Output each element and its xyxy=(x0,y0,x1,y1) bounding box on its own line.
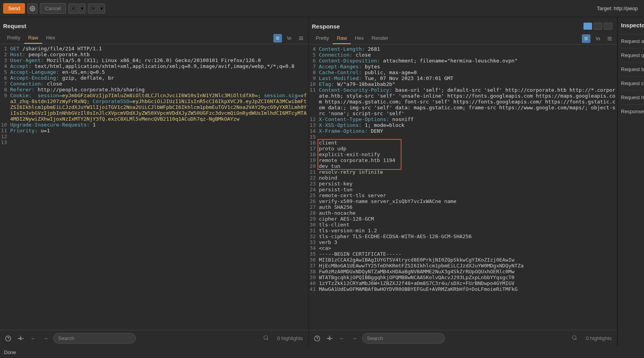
editor-line[interactable]: 37HjEcMBoGA1UEAwwTY25feDhKRmtFZSI6Ikhlcm… xyxy=(309,263,617,269)
gear-icon[interactable] xyxy=(27,4,37,14)
editor-line[interactable]: 25remote-cert-tls server xyxy=(309,192,617,198)
response-editor[interactable]: 4Content-Length: 26815Connection: close6… xyxy=(309,45,617,330)
editor-line[interactable]: 23persist-key xyxy=(309,181,617,187)
editor-line[interactable]: 26verify-x509-name server_xIsQbY7vcIxWAC… xyxy=(309,198,617,204)
editor-line[interactable]: 7Accept-Ranges: bytes xyxy=(309,64,617,69)
tab-render-resp[interactable]: Render xyxy=(368,33,392,44)
inspector-item[interactable]: Request query xyxy=(621,48,644,62)
editor-line[interactable]: 13 xyxy=(0,139,309,145)
status-text: Done xyxy=(4,349,16,355)
history-back-button[interactable]: < xyxy=(68,4,78,14)
request-search-input[interactable] xyxy=(53,333,136,344)
tab-hex[interactable]: Hex xyxy=(42,32,59,44)
tab-raw[interactable]: Raw xyxy=(24,32,42,44)
editor-line[interactable]: 3User-Agent: Mozilla/5.0 (X11; Linux x86… xyxy=(0,57,309,63)
editor-line[interactable]: 13X-XSS-Options: 1; mode=block xyxy=(309,122,617,128)
settings-icon-resp[interactable] xyxy=(325,333,335,344)
request-search-row: ← → 0 highlights xyxy=(0,330,309,346)
help-icon-resp[interactable] xyxy=(312,333,322,344)
newline-icon[interactable]: \n xyxy=(285,34,294,43)
editor-line[interactable]: 11Content-Security-Policy: base-uri 'sel… xyxy=(309,87,617,116)
editor-line[interactable]: 33verb 3 xyxy=(309,239,617,245)
inspector-item[interactable]: Request cookies xyxy=(621,76,644,90)
search-next-icon[interactable]: → xyxy=(41,333,51,344)
editor-line[interactable]: 9Cookie: session=eyJmbGFzaGVzIjp7ImluZm8… xyxy=(0,93,309,122)
editor-line[interactable]: 31tls-version-min 1.2 xyxy=(309,228,617,233)
tab-raw-resp[interactable]: Raw xyxy=(333,33,351,44)
editor-line[interactable]: 28auth-nocache xyxy=(309,210,617,216)
editor-line[interactable]: 35-----BEGIN CERTIFICATE----- xyxy=(309,251,617,257)
newline-icon-resp[interactable]: \n xyxy=(594,34,602,43)
editor-line[interactable]: 8Referer: http://people.corporate.htb/sh… xyxy=(0,87,309,93)
editor-line[interactable]: 36MIIB1zCCAX2gAwIBAgIUYGT5V4trycd8E0Prkj… xyxy=(309,257,617,263)
editor-line[interactable]: 19remote corporate.htb 1194 xyxy=(309,157,617,163)
menu-icon[interactable] xyxy=(297,34,305,43)
response-highlights-count: 0 highlights xyxy=(583,335,614,341)
layout-combined-icon[interactable] xyxy=(604,23,612,30)
response-search-input[interactable] xyxy=(362,333,445,344)
editor-line[interactable]: 38Fw0zMzA0MDUxNDQyNTZaMB4xHDAaBgNVBAMME2… xyxy=(309,269,617,274)
inspector-item[interactable]: Request headers xyxy=(621,90,644,104)
search-prev-icon[interactable]: ← xyxy=(28,333,38,344)
history-forward-group: > ▾ xyxy=(88,4,105,14)
editor-line[interactable]: 6Content-Disposition: attachment; filena… xyxy=(309,58,617,64)
layout-columns-icon[interactable] xyxy=(583,23,592,30)
tab-pretty[interactable]: Pretty xyxy=(3,32,24,44)
editor-line[interactable]: 30tls-client xyxy=(309,222,617,228)
wrap-icon[interactable] xyxy=(273,34,282,43)
editor-line[interactable]: 20dev tun xyxy=(309,163,617,169)
editor-line[interactable]: 39WTATBgcqhkjOPQIBBggqhkjOPQMBBwNCAASKol… xyxy=(309,274,617,280)
editor-line[interactable]: 9Last-Modified: Tue, 07 Nov 2023 14:07:0… xyxy=(309,75,617,81)
search-icon xyxy=(263,335,269,342)
history-forward-dropdown[interactable]: ▾ xyxy=(99,4,105,14)
editor-line[interactable]: 34<ca> xyxy=(309,245,617,251)
editor-line[interactable]: 15 xyxy=(309,134,617,140)
settings-icon[interactable] xyxy=(16,333,26,344)
editor-line[interactable]: 27auth SHA256 xyxy=(309,204,617,210)
editor-line[interactable]: 29cipher AES-128-GCM xyxy=(309,216,617,222)
editor-line[interactable]: 4Accept: text/html,application/xhtml+xml… xyxy=(0,63,309,69)
editor-line[interactable]: 12 xyxy=(0,134,309,139)
editor-line[interactable]: 41MAwGA1UdEwOFMAMBAf8wHOYDVR0OBBYEFGuE+A… xyxy=(309,286,617,292)
tab-hex-resp[interactable]: Hex xyxy=(351,33,367,44)
search-next-icon-resp[interactable]: → xyxy=(350,333,360,344)
editor-line[interactable]: 5Connection: close xyxy=(309,52,617,58)
editor-line[interactable]: 17proto udp xyxy=(309,146,617,151)
editor-line[interactable]: 5Accept-Language: en-US,en;q=0.5 xyxy=(0,69,309,75)
inspector-item[interactable]: Request attributes xyxy=(621,34,644,48)
editor-line[interactable]: 10Upgrade-Insecure-Requests: 1 xyxy=(0,122,309,128)
editor-line[interactable]: 32tls-cipher TLS-ECDHE-ECDSA-WITH-AES-12… xyxy=(309,233,617,239)
request-editor[interactable]: 1GET /sharing/file/214 HTTP/1.12Host: pe… xyxy=(0,44,309,330)
history-back-group: < ▾ xyxy=(68,4,86,14)
editor-line[interactable]: 401zYTzZkk12CRYaMbJ6W+1ZBZXJ2f48+aDm8S7C… xyxy=(309,280,617,286)
inspector-panel: Inspector Request attributesRequest quer… xyxy=(617,17,644,346)
editor-line[interactable]: 6Accept-Encoding: gzip, deflate, br xyxy=(0,75,309,81)
editor-line[interactable]: 2Host: people.corporate.htb xyxy=(0,52,309,57)
tab-pretty-resp[interactable]: Pretty xyxy=(312,33,333,44)
editor-line[interactable]: 4Content-Length: 2681 xyxy=(309,46,617,52)
editor-line[interactable]: 10ETag: W/"a79-18baa1bab2b" xyxy=(309,81,617,87)
cancel-button[interactable]: Cancel xyxy=(40,3,66,14)
editor-line[interactable]: 18explicit-exit-notify xyxy=(309,151,617,157)
send-button[interactable]: Send xyxy=(3,3,25,14)
history-back-dropdown[interactable]: ▾ xyxy=(79,4,86,14)
wrap-icon-resp[interactable] xyxy=(582,34,590,43)
menu-icon-resp[interactable] xyxy=(605,34,614,43)
editor-line[interactable]: 7Connection: close xyxy=(0,81,309,87)
editor-line[interactable]: 14X-Frame-Options: DENY xyxy=(309,128,617,134)
history-forward-button[interactable]: > xyxy=(88,4,98,14)
editor-line[interactable]: 11Priority: u=1 xyxy=(0,128,309,134)
help-icon[interactable] xyxy=(3,333,13,344)
editor-line[interactable]: 16client xyxy=(309,140,617,146)
editor-line[interactable]: 1GET /sharing/file/214 HTTP/1.1 xyxy=(0,46,309,52)
editor-line[interactable]: 8Cache-Control: public, max-age=0 xyxy=(309,69,617,75)
svg-line-16 xyxy=(576,339,577,340)
editor-line[interactable]: 24persist-tun xyxy=(309,187,617,192)
inspector-item[interactable]: Request body xyxy=(621,62,644,76)
editor-line[interactable]: 12X-Content-Type-Options: nosniff xyxy=(309,116,617,122)
editor-line[interactable]: 22nobind xyxy=(309,175,617,181)
layout-rows-icon[interactable] xyxy=(594,23,602,30)
inspector-item[interactable]: Response headers xyxy=(621,104,644,118)
search-prev-icon-resp[interactable]: ← xyxy=(337,333,347,344)
editor-line[interactable]: 21resolv-retry infinite xyxy=(309,169,617,175)
